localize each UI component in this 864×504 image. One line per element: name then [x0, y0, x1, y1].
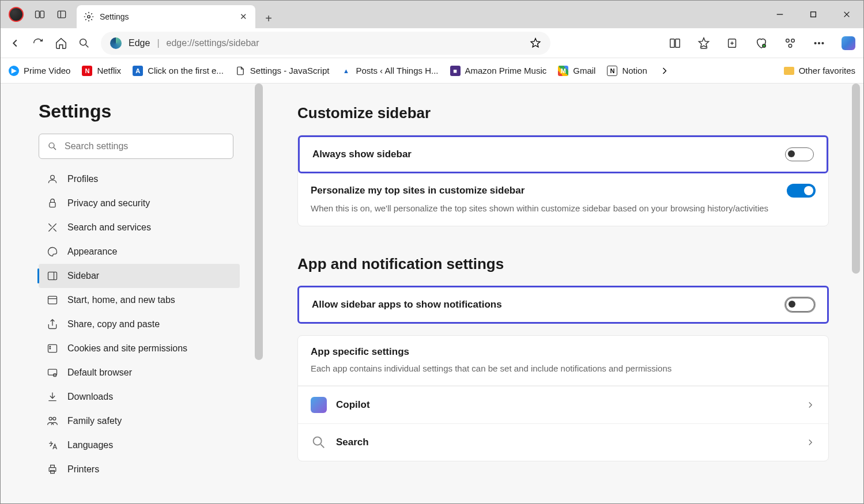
nav-privacy[interactable]: Privacy and security [39, 191, 240, 215]
svg-line-10 [86, 44, 89, 47]
copilot-icon[interactable] [842, 36, 855, 50]
close-window-button[interactable] [830, 3, 863, 26]
svg-line-43 [321, 445, 325, 448]
refresh-button[interactable] [32, 37, 44, 50]
bookmark-item[interactable]: ■Amazon Prime Music [450, 66, 547, 76]
nav-downloads[interactable]: Downloads [39, 385, 240, 409]
svg-rect-28 [48, 272, 57, 279]
extensions-icon[interactable] [784, 37, 797, 50]
svg-point-9 [80, 39, 86, 45]
svg-point-37 [49, 417, 52, 420]
app-row-copilot[interactable]: Copilot [298, 386, 828, 423]
bookmark-item[interactable]: Settings - JavaScript [235, 66, 330, 76]
folder-icon [784, 67, 794, 75]
bookmarks-bar: ▶Prime Video NNetflix AClick on the firs… [1, 58, 863, 84]
nav-printers[interactable]: Printers [39, 457, 240, 482]
bookmark-item[interactable]: MGmail [558, 66, 595, 76]
svg-rect-0 [36, 11, 40, 18]
nav-share-copy[interactable]: Share, copy and paste [39, 312, 240, 336]
settings-search-input[interactable] [65, 141, 225, 151]
favorites-icon[interactable] [697, 37, 710, 50]
svg-point-20 [788, 44, 792, 47]
svg-rect-12 [676, 39, 680, 47]
settings-sidebar: Settings Profiles Privacy and security S… [1, 84, 263, 504]
favorite-star-icon[interactable] [530, 37, 541, 49]
window-titlebar: Settings ✕ + [1, 1, 863, 28]
svg-point-23 [822, 42, 824, 44]
section-customize-sidebar-title: Customize sidebar [297, 104, 829, 122]
nav-appearance[interactable]: Appearance [39, 240, 240, 264]
svg-point-17 [763, 44, 766, 47]
nav-family-safety[interactable]: Family safety [39, 409, 240, 433]
nav-sidebar[interactable]: Sidebar [39, 264, 240, 288]
svg-line-25 [54, 147, 56, 150]
nav-start-home[interactable]: Start, home, and new tabs [39, 288, 240, 312]
svg-point-24 [49, 143, 54, 148]
search-button[interactable] [78, 37, 90, 50]
more-menu-icon[interactable] [813, 37, 825, 50]
new-tab-button[interactable]: + [259, 9, 278, 28]
tab-title: Settings [100, 12, 232, 21]
svg-point-34 [50, 348, 51, 349]
tab-actions-icon[interactable] [56, 9, 67, 20]
health-icon[interactable] [755, 37, 768, 50]
bookmark-item[interactable]: NNotion [607, 66, 647, 76]
svg-rect-30 [48, 296, 57, 304]
app-row-search[interactable]: Search [298, 423, 828, 461]
edge-logo-icon [110, 37, 122, 49]
svg-rect-27 [50, 202, 55, 207]
address-url: edge://settings/sidebar [167, 38, 523, 48]
setting-personalize-top-sites: Personalize my top sites in customize si… [298, 173, 828, 226]
svg-point-42 [314, 437, 322, 445]
bookmark-item[interactable]: NNetflix [82, 66, 121, 76]
address-bar[interactable]: Edge | edge://settings/sidebar [101, 32, 550, 55]
toggle-personalize-top-sites[interactable] [787, 184, 816, 198]
settings-title: Settings [39, 101, 240, 122]
profile-avatar[interactable] [9, 7, 24, 22]
toggle-always-show-sidebar[interactable] [785, 147, 814, 161]
back-button[interactable] [9, 37, 21, 50]
browser-tab[interactable]: Settings ✕ [77, 5, 255, 28]
svg-point-33 [50, 346, 51, 347]
maximize-button[interactable] [797, 3, 830, 26]
gear-icon [84, 12, 94, 22]
other-favorites-button[interactable]: Other favorites [784, 66, 855, 75]
app-specific-settings-header: App specific settings Each app contains … [298, 336, 828, 386]
copilot-app-icon [311, 397, 327, 413]
svg-point-4 [88, 16, 90, 18]
svg-point-18 [786, 39, 790, 42]
nav-profiles[interactable]: Profiles [39, 167, 240, 191]
bookmark-item[interactable]: ▶Prime Video [9, 66, 70, 76]
svg-point-19 [791, 39, 795, 42]
settings-search-box[interactable] [39, 134, 233, 159]
svg-point-21 [814, 42, 816, 44]
chevron-right-icon [805, 400, 816, 410]
tab-close-button[interactable]: ✕ [238, 12, 248, 22]
svg-rect-1 [40, 11, 44, 18]
setting-always-show-sidebar: Always show sidebar [298, 135, 828, 173]
bookmarks-overflow-button[interactable] [659, 65, 670, 77]
nav-languages[interactable]: Languages [39, 433, 240, 457]
home-button[interactable] [55, 37, 67, 50]
setting-allow-notifications: Allow sidebar apps to show notifications [299, 287, 827, 322]
workspaces-icon[interactable] [34, 9, 46, 20]
nav-default-browser[interactable]: Default browser [39, 361, 240, 385]
settings-content: Customize sidebar Always show sidebar Pe… [263, 84, 863, 504]
sidebar-scrollbar[interactable] [255, 84, 263, 360]
bookmark-item[interactable]: AClick on the first e... [133, 66, 224, 76]
toggle-allow-notifications[interactable] [786, 298, 814, 312]
collections-icon[interactable] [726, 37, 739, 50]
chevron-right-icon [805, 437, 816, 448]
svg-point-22 [818, 42, 820, 44]
split-screen-icon[interactable] [669, 37, 681, 50]
bookmark-item[interactable]: ▲Posts ‹ All Things H... [341, 66, 438, 76]
nav-search-services[interactable]: Search and services [39, 215, 240, 240]
browser-toolbar: Edge | edge://settings/sidebar [1, 28, 863, 58]
nav-cookies[interactable]: Cookies and site permissions [39, 336, 240, 361]
content-scrollbar[interactable] [852, 84, 860, 274]
svg-point-38 [53, 417, 56, 420]
svg-rect-6 [811, 12, 816, 17]
minimize-button[interactable] [763, 3, 797, 26]
svg-rect-41 [51, 471, 55, 473]
section-app-notification-title: App and notification settings [297, 255, 829, 273]
